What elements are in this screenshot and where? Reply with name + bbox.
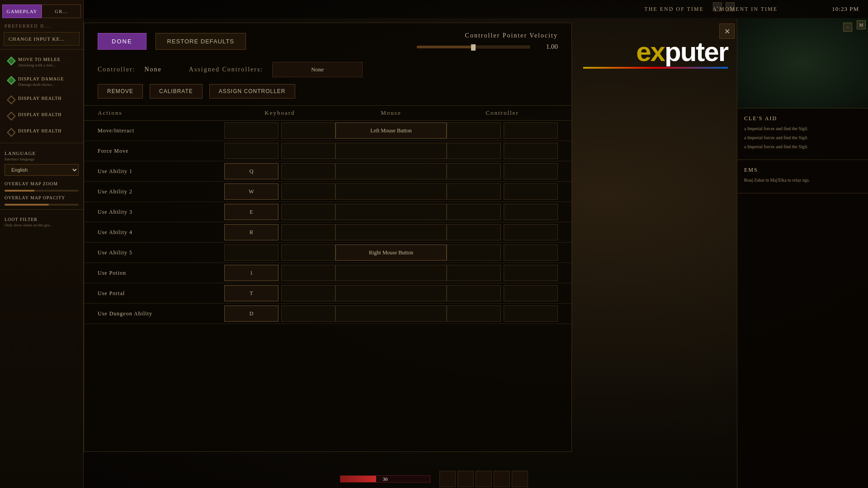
keybind-cell[interactable] (504, 224, 558, 240)
divider-3 (0, 209, 83, 210)
assign-controller-button[interactable]: Assign Controller (209, 84, 295, 99)
keybind-cell[interactable] (447, 285, 501, 301)
overlay-zoom-slider[interactable] (5, 190, 79, 192)
keybind-cell[interactable] (281, 285, 335, 301)
keybind-cell[interactable] (335, 204, 447, 220)
col-mouse: Mouse (335, 109, 447, 117)
mouse-cells (335, 183, 447, 200)
keybind-cell[interactable] (335, 285, 447, 301)
damage-title: DISPLAY DAMAGE (18, 76, 64, 81)
keybind-cell[interactable] (281, 183, 335, 200)
keybind-cell[interactable] (504, 163, 558, 179)
location-title: THE END OF TIME A MOMENT IN TIME (644, 6, 778, 13)
damage-sub: Damage dealt shows... (18, 82, 64, 87)
table-row: Use Ability 2W (84, 182, 571, 202)
col-keyboard: Keyboard (224, 109, 335, 117)
keybind-cell[interactable] (447, 143, 501, 159)
keybind-cell[interactable] (335, 224, 447, 240)
overlay-opacity-slider[interactable] (5, 204, 79, 206)
keybind-cell[interactable] (281, 163, 335, 179)
keybind-cell[interactable] (447, 204, 501, 220)
controller-row: Controller: None Assigned Controllers: N… (84, 57, 571, 82)
keyboard-cells: R (224, 224, 335, 240)
overlay-opacity-label: OVERLAY MAP OPACITY (0, 193, 83, 202)
tab-gr[interactable]: GR... (42, 5, 81, 18)
change-input-btn[interactable]: CHANGE INPUT KE... (4, 32, 80, 46)
keybind-cell[interactable] (447, 163, 501, 179)
calibrate-button[interactable]: Calibrate (150, 84, 203, 99)
keybind-cell[interactable] (447, 305, 501, 322)
health3-title: DISPLAY HEALTH (18, 128, 62, 133)
done-button[interactable]: Done (98, 33, 146, 50)
items-title: EMS (744, 167, 861, 174)
keybind-cell[interactable] (447, 244, 501, 261)
action-label: Use Ability 2 (98, 187, 224, 197)
title-text: THE END OF TIME (644, 6, 703, 12)
keybind-cell[interactable] (281, 244, 335, 261)
keybind-cell[interactable] (447, 224, 501, 240)
keyboard-cells (224, 122, 335, 139)
table-row: Use Dungeon AbilityD (84, 304, 571, 324)
keybind-cell[interactable]: Left Mouse Button (335, 122, 447, 139)
keybind-cell[interactable] (504, 183, 558, 200)
keybind-rows: Move/InteractLeft Mouse ButtonForce Move… (84, 121, 571, 445)
remove-button[interactable]: Remove (98, 84, 143, 99)
restore-defaults-button[interactable]: Restore Defaults (156, 33, 246, 50)
assigned-label: Assigned Controllers: (189, 66, 264, 73)
plus-icon[interactable]: + (713, 2, 722, 11)
keybind-cell[interactable] (447, 183, 501, 200)
keybind-cell[interactable]: T (224, 285, 278, 301)
keybind-cell[interactable] (447, 265, 501, 281)
keybind-cell[interactable]: Q (224, 163, 278, 179)
keybind-cell[interactable] (224, 122, 278, 139)
velocity-section: Controller Pointer Velocity 1.00 (417, 32, 558, 51)
controller-cells (447, 163, 558, 179)
minus-icon[interactable]: − (726, 2, 735, 11)
keybind-cell[interactable] (281, 224, 335, 240)
keybind-cell[interactable] (335, 163, 447, 179)
health-value: 36 (340, 476, 430, 482)
keybind-cell[interactable]: 1 (224, 265, 278, 281)
keybind-cell[interactable] (281, 143, 335, 159)
sidebar-item-display-damage: DISPLAY DAMAGE Damage dealt shows... (4, 73, 80, 90)
action-label: Use Ability 4 (98, 227, 224, 238)
keybind-cell[interactable] (224, 143, 278, 159)
table-row: Use Ability 5Right Mouse Button (84, 243, 571, 263)
action-label: Move/Interact (98, 126, 224, 136)
keybind-cell[interactable]: Right Mouse Button (335, 244, 447, 261)
col-actions: Actions (98, 109, 224, 117)
minimap: M + − (737, 18, 868, 108)
action-label: Use Ability 3 (98, 207, 224, 217)
keybind-cell[interactable]: D (224, 305, 278, 322)
keybind-cell[interactable] (504, 143, 558, 159)
keybind-cell[interactable] (335, 265, 447, 281)
sidebar-item-display-health-2: DISPLAY HEALTH (4, 108, 80, 123)
keybind-cell[interactable] (281, 122, 335, 139)
keybind-cell[interactable] (224, 244, 278, 261)
keybind-cell[interactable] (281, 204, 335, 220)
keybind-cell[interactable] (447, 122, 501, 139)
keybind-cell[interactable] (281, 265, 335, 281)
keybind-cell[interactable]: R (224, 224, 278, 240)
tab-gameplay[interactable]: Gameplay (2, 5, 42, 18)
controller-label: Controller: (98, 66, 135, 73)
close-button[interactable]: ✕ (719, 23, 735, 39)
mouse-cells (335, 204, 447, 220)
keybind-cell[interactable] (504, 244, 558, 261)
keybind-cell[interactable]: E (224, 204, 278, 220)
keybind-cell[interactable] (335, 183, 447, 200)
keybind-cell[interactable] (504, 204, 558, 220)
keybind-cell[interactable] (504, 285, 558, 301)
language-select[interactable]: English (5, 164, 79, 176)
velocity-slider[interactable] (417, 46, 530, 48)
keybind-cell[interactable] (281, 305, 335, 322)
map-minus[interactable]: − (843, 23, 852, 32)
keybind-cell[interactable] (335, 305, 447, 322)
keybind-cell[interactable]: W (224, 183, 278, 200)
keybind-cell[interactable] (504, 265, 558, 281)
keybind-cell[interactable] (504, 122, 558, 139)
sidebar-tabs: Gameplay GR... (2, 5, 81, 18)
keybind-cell[interactable] (504, 305, 558, 322)
keybind-cell[interactable] (335, 143, 447, 159)
items-panel: EMS Rouj Zabat in Maj'Elka to relay ngs. (737, 160, 868, 193)
